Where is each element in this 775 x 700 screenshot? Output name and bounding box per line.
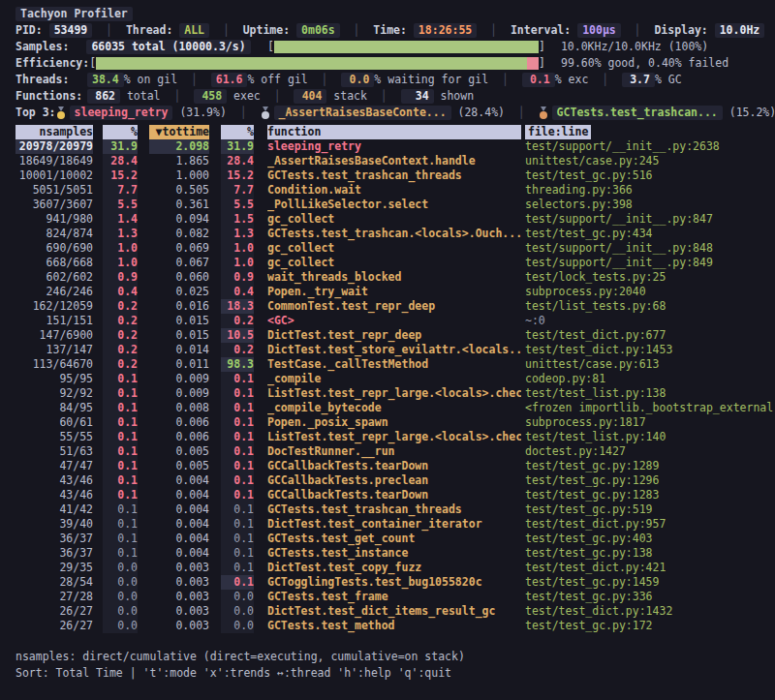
table-row: 28/540.00.0030.1GCTogglingTests.test_bug… — [16, 575, 775, 590]
table-row: 20978/2097931.92.09831.9sleeping_retryte… — [16, 139, 775, 154]
cell-nsamples: 41/42 — [16, 502, 93, 517]
cell-cumulative-percent: 0.1 — [221, 444, 254, 459]
table-row: 5051/50517.70.5057.7Condition.waitthread… — [16, 183, 775, 198]
cell-cumulative-percent: 1.3 — [221, 227, 254, 241]
cell-file-line: <frozen importlib._bootstrap_external — [525, 401, 775, 415]
cell-file-line: test/test_gc.py:434 — [525, 227, 775, 241]
header-cell-file-line[interactable]: file:line — [525, 125, 591, 139]
table-row: 10001/1000215.21.00015.2GCTests.test_tra… — [16, 168, 775, 183]
header-cell-function[interactable]: function — [267, 125, 521, 139]
header-cell-direct-percent[interactable]: % — [103, 125, 138, 139]
header-cell-cumulative-percent[interactable]: % — [221, 125, 254, 139]
cell-cumulative-percent: 0.9 — [221, 270, 254, 285]
header-cell-nsamples[interactable]: nsamples — [16, 125, 93, 139]
cell-nsamples: 36/37 — [16, 546, 93, 561]
cell-direct-percent: 0.2 — [103, 343, 138, 357]
status-label: Display: — [654, 22, 714, 39]
status-label: Thread: — [126, 22, 179, 39]
cell-file-line: test/test_list.py:138 — [525, 386, 775, 401]
cell-tottime: 0.067 — [149, 256, 209, 270]
cell-direct-percent: 7.7 — [103, 183, 138, 198]
table-row: 26/270.00.0030.0DictTest.test_dict_items… — [16, 604, 775, 619]
separator: │ — [621, 22, 655, 39]
cell-function: wait_threads_blocked — [267, 270, 521, 285]
cell-direct-percent: 0.1 — [103, 488, 138, 502]
cell-function: GCTests.test_trashcan.<locals>.Ouch.... — [267, 227, 521, 241]
top3-percent: (31.9%) — [172, 105, 226, 121]
efficiency-bar-close-bracket: ] — [539, 55, 545, 72]
table-row: 36/370.10.0040.1GCTests.test_get_countte… — [16, 532, 775, 546]
cell-nsamples: 151/151 — [16, 314, 93, 328]
cell-tottime: 0.361 — [149, 198, 209, 212]
cell-file-line: test/test_gc.py:336 — [525, 590, 775, 604]
table-row: 84/950.10.0080.1_compile_bytecode<frozen… — [16, 401, 775, 415]
table-row: 43/460.10.0040.1GCCallbackTests.preclean… — [16, 473, 775, 488]
status-bar: PID: 53499 │ Thread: ALL │ Uptime: 0m06s… — [16, 22, 775, 39]
table-row: 18649/1864928.41.86528.4_AssertRaisesBas… — [16, 154, 775, 168]
cell-nsamples: 36/37 — [16, 532, 93, 546]
header-cell-tottime-sorted[interactable]: ▼tottime — [149, 125, 209, 139]
cell-function: Condition.wait — [267, 183, 521, 198]
cell-tottime: 0.082 — [149, 227, 209, 241]
cell-nsamples: 28/54 — [16, 575, 93, 590]
cell-direct-percent: 0.4 — [103, 285, 138, 299]
cell-nsamples: 602/602 — [16, 270, 93, 285]
cell-tottime: 0.011 — [149, 357, 209, 372]
efficiency-bar — [96, 57, 539, 70]
cell-file-line: test/support/__init__.py:848 — [525, 241, 775, 256]
cell-tottime: 1.000 — [149, 168, 209, 183]
cell-function: sleeping_retry — [267, 139, 521, 154]
stats-table: nsamples % ▼tottime % function file:line… — [16, 125, 775, 633]
cell-direct-percent: 0.2 — [103, 357, 138, 372]
cell-cumulative-percent: 0.0 — [221, 604, 254, 619]
cell-file-line: test/test_gc.py:172 — [525, 619, 775, 633]
cell-function: GCTogglingTests.test_bug1055820c — [267, 575, 521, 590]
table-row: 43/460.10.0040.1GCCallbackTests.tearDown… — [16, 488, 775, 502]
cell-cumulative-percent: 0.1 — [221, 488, 254, 502]
separator: │ — [227, 105, 261, 121]
cell-function: gc_collect — [267, 212, 521, 227]
stat-value: 458 — [194, 89, 227, 104]
cell-cumulative-percent: 1.0 — [221, 241, 254, 256]
cell-nsamples: 162/12059 — [16, 299, 93, 314]
efficiency-row: Efficiency:[]99.60% good, 0.40% failed — [16, 55, 775, 72]
table-row: 92/920.10.0090.1ListTest.test_repr_large… — [16, 386, 775, 401]
cell-function: DocTestRunner.__run — [267, 444, 521, 459]
cell-file-line: codeop.py:81 — [525, 372, 775, 386]
separator: │ — [261, 88, 294, 105]
cell-nsamples: 29/35 — [16, 561, 93, 575]
silver-medal-icon — [261, 107, 270, 120]
cell-tottime: 0.009 — [149, 386, 209, 401]
stat-value: 61.6 — [211, 73, 248, 87]
separator: │ — [209, 22, 243, 39]
status-label: Time: — [373, 22, 414, 39]
gold-medal-icon — [56, 107, 66, 120]
efficiency-bar-good — [96, 57, 527, 70]
top3-function-name: _AssertRaisesBaseConte... — [274, 106, 451, 120]
separator: │ — [488, 72, 522, 88]
cell-nsamples: 47/47 — [16, 459, 93, 473]
status-label: Uptime: — [243, 22, 296, 39]
cell-nsamples: 824/874 — [16, 227, 93, 241]
cell-function: gc_collect — [267, 241, 521, 256]
table-row: 137/1470.20.0140.2DictTest.test_store_ev… — [16, 343, 775, 357]
samples-bar — [274, 41, 539, 53]
table-row: 602/6020.90.0600.9wait_threads_blockedte… — [16, 270, 775, 285]
cell-tottime: 0.005 — [149, 459, 209, 473]
cell-file-line: test/test_dict.py:1432 — [525, 604, 775, 619]
cell-direct-percent: 1.0 — [103, 256, 138, 270]
cell-direct-percent: 0.1 — [103, 444, 138, 459]
cell-file-line: test/test_gc.py:516 — [525, 168, 775, 183]
cell-direct-percent: 0.0 — [103, 561, 138, 575]
table-row: 162/120590.20.01618.3CommonTest.test_rep… — [16, 299, 775, 314]
cell-cumulative-percent: 0.2 — [221, 314, 254, 328]
cell-cumulative-percent: 10.5 — [221, 328, 254, 343]
footer-key-bindings: Sort: Total Time | 't':mode 'x':trends ↔… — [16, 665, 775, 682]
table-row: 55/550.10.0060.1ListTest.test_repr_large… — [16, 430, 775, 444]
cell-tottime: 0.003 — [149, 590, 209, 604]
separator: │ — [588, 72, 622, 88]
cell-direct-percent: 0.1 — [103, 415, 138, 430]
cell-direct-percent: 0.0 — [103, 590, 138, 604]
separator: │ — [177, 72, 211, 88]
table-row: 113/646700.20.01198.3TestCase._callTestM… — [16, 357, 775, 372]
